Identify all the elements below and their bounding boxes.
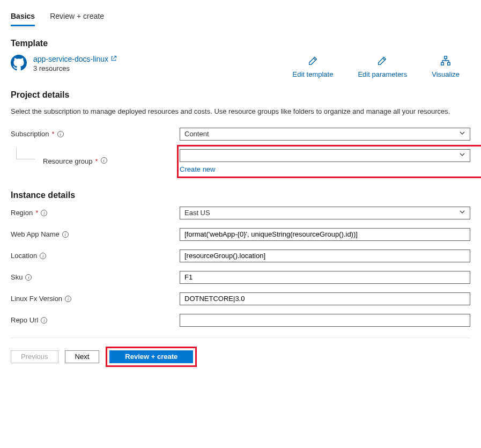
next-button[interactable]: Next (65, 350, 100, 363)
pencil-icon (376, 55, 388, 68)
resource-group-label: Resource group (43, 157, 93, 165)
linuxfx-input[interactable] (180, 292, 470, 305)
review-create-button[interactable]: Review + create (109, 350, 193, 363)
highlight-review-create: Review + create (106, 347, 197, 367)
hierarchy-icon (440, 55, 452, 68)
location-label: Location (11, 252, 37, 260)
info-icon[interactable]: i (41, 210, 47, 216)
svg-rect-2 (448, 63, 450, 65)
edit-template-button[interactable]: Edit template (293, 55, 334, 78)
template-source-link[interactable]: app-service-docs-linux (33, 55, 117, 63)
wizard-footer: Previous Next Review + create (11, 337, 470, 367)
linuxfx-label: Linux Fx Version (11, 295, 62, 303)
region-value: East US (184, 209, 210, 217)
info-icon[interactable]: i (57, 131, 64, 137)
edit-template-label: Edit template (293, 70, 334, 78)
repo-url-label: Repo Url (11, 316, 38, 324)
subscription-row: Subscription * i Content (11, 128, 470, 141)
sku-input[interactable] (180, 271, 470, 284)
required-indicator: * (52, 130, 55, 138)
template-row: app-service-docs-linux 3 resources Edit … (11, 55, 470, 78)
visualize-button[interactable]: Visualize (432, 55, 460, 78)
sku-label: Sku (11, 273, 23, 281)
instance-details-heading: Instance details (11, 190, 470, 200)
template-resource-count: 3 resources (33, 64, 117, 72)
info-icon[interactable]: i (41, 317, 47, 324)
tab-basics[interactable]: Basics (11, 10, 35, 26)
webapp-name-row: Web App Name i (11, 228, 470, 241)
required-indicator: * (35, 209, 38, 217)
subscription-select[interactable]: Content (180, 128, 470, 141)
pencil-icon (307, 55, 319, 68)
subscription-value: Content (184, 130, 209, 138)
project-details-description: Select the subscription to manage deploy… (11, 106, 470, 117)
subscription-label: Subscription (11, 130, 49, 138)
edit-parameters-label: Edit parameters (358, 70, 407, 78)
chevron-down-icon (459, 209, 465, 217)
region-select[interactable]: East US (180, 207, 470, 219)
location-row: Location i (11, 249, 470, 262)
location-input[interactable] (180, 249, 470, 262)
create-new-link[interactable]: Create new (180, 165, 215, 173)
webapp-name-input[interactable] (180, 228, 470, 241)
svg-rect-1 (441, 63, 444, 65)
tab-review-create[interactable]: Review + create (50, 10, 104, 26)
resource-group-row: Resource group * i Create new (11, 149, 470, 173)
template-source-text: app-service-docs-linux (33, 55, 108, 63)
resource-group-select[interactable] (180, 149, 470, 162)
project-details-heading: Project details (11, 90, 470, 100)
region-row: Region * i East US (11, 207, 470, 219)
webapp-name-label: Web App Name (11, 230, 60, 238)
sku-row: Sku i (11, 271, 470, 284)
edit-parameters-button[interactable]: Edit parameters (358, 55, 407, 78)
info-icon[interactable]: i (40, 253, 46, 259)
repo-url-input[interactable] (180, 314, 470, 327)
info-icon[interactable]: i (65, 296, 71, 302)
repo-url-row: Repo Url i (11, 314, 470, 327)
required-indicator: * (95, 157, 98, 165)
svg-rect-0 (445, 56, 447, 59)
github-icon (11, 55, 27, 72)
linuxfx-row: Linux Fx Version i (11, 292, 470, 305)
region-label: Region (11, 209, 33, 217)
info-icon[interactable]: i (101, 157, 107, 164)
indent-bracket (16, 148, 35, 159)
external-link-icon (110, 55, 117, 63)
info-icon[interactable]: i (25, 274, 32, 281)
info-icon[interactable]: i (62, 231, 69, 238)
visualize-label: Visualize (432, 70, 460, 78)
previous-button: Previous (11, 350, 58, 363)
template-heading: Template (11, 39, 470, 48)
chevron-down-icon (459, 130, 465, 138)
chevron-down-icon (459, 151, 465, 159)
tab-bar: Basics Review + create (11, 10, 470, 27)
